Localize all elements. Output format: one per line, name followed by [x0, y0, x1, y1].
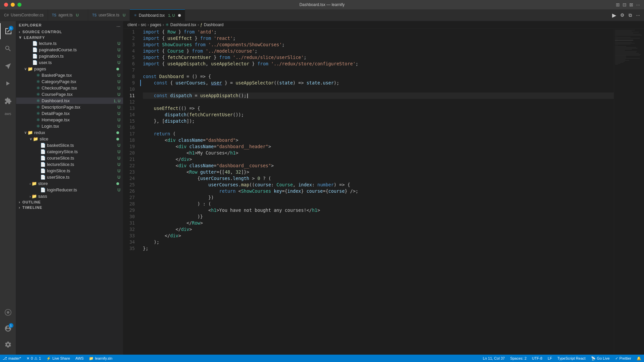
folder-pages[interactable]: ∨ 📁 pages [16, 66, 123, 72]
file-name: courseSlice.ts [47, 156, 74, 161]
file-detail-page[interactable]: ⚛ DetailPage.tsx U [16, 110, 123, 117]
explorer-more-button[interactable]: ... [116, 22, 120, 28]
folder-sass[interactable]: › 📁 sass [16, 193, 123, 199]
chevron-down-icon: ∨ [24, 67, 27, 71]
status-go-live[interactable]: 📡 Go Live [588, 355, 612, 362]
file-category-slice[interactable]: 📄 categorySlice.ts U [16, 148, 123, 155]
status-language[interactable]: TypeScript React [555, 355, 588, 362]
status-notifications[interactable]: 🔔 [634, 355, 644, 362]
close-button[interactable] [4, 3, 8, 7]
folder-badge [116, 131, 119, 134]
file-pagination-ts[interactable]: 📄 pagination.ts U [16, 53, 123, 59]
activity-run[interactable] [0, 75, 16, 92]
tab-user-slice[interactable]: TS userSlice.ts U [88, 9, 130, 21]
file-lecture-slice[interactable]: 📄 lectureSlice.ts U [16, 161, 123, 168]
activity-bar: 1 aws 1 [0, 21, 16, 355]
status-sln[interactable]: 📁 learnify.sln [86, 355, 115, 362]
more-actions-icon[interactable]: ··· [636, 12, 640, 18]
debug-icon[interactable]: ⚙ [620, 12, 625, 18]
code-line-6: import { useAppDispatch, useAppSelector … [143, 61, 614, 67]
content-area: 1 aws 1 [0, 21, 644, 355]
status-aws[interactable]: AWS [73, 355, 87, 362]
tab-agent-ts[interactable]: TS agent.ts U [48, 9, 88, 21]
code-line-31: </Row> [143, 220, 614, 226]
activity-source-control[interactable] [0, 58, 16, 74]
folder-icon: 📁 [28, 66, 33, 71]
spaces-text: Spaces: 2 [510, 356, 527, 360]
file-category-page[interactable]: ⚛ CategoryPage.tsx U [16, 78, 123, 85]
ts-file-icon: 📄 [32, 41, 38, 46]
timeline-header[interactable]: › TIMELINE [16, 205, 123, 210]
file-user-slice-ts[interactable]: 📄 userSlice.ts U [16, 174, 123, 180]
file-login-tsx[interactable]: ⚛ Login.tsx U [16, 123, 123, 129]
file-name: DescriptionPage.tsx [42, 105, 80, 110]
code-content[interactable]: import { Row } from 'antd'; import { use… [140, 29, 614, 355]
status-prettier[interactable]: ✓ Prettier [612, 355, 634, 362]
activity-settings[interactable] [0, 337, 16, 353]
file-lecture-ts[interactable]: 📄 lecture.ts U [16, 40, 123, 47]
layout-icon[interactable]: ⊟ [623, 2, 627, 7]
window-controls[interactable] [4, 3, 21, 7]
aws-label[interactable]: aws [3, 110, 13, 117]
status-encoding[interactable]: UTF-8 [529, 355, 545, 362]
file-homepage[interactable]: ⚛ Homepage.tsx U [16, 117, 123, 123]
file-checkout-page[interactable]: ⚛ CheckoutPage.tsx U [16, 85, 123, 91]
folder-slice[interactable]: ∨ 📁 slice [16, 136, 123, 142]
file-badge: U [117, 143, 120, 148]
status-line-ending[interactable]: LF [545, 355, 555, 362]
code-editor[interactable]: 1 2 3 4 5 6 7 8 9 10 11 12 13 14 15 16 1 [123, 29, 644, 355]
folder-name: redux [34, 130, 45, 135]
code-line-12 [143, 99, 614, 105]
file-description-page[interactable]: ⚛ DescriptionPage.tsx U [16, 104, 123, 110]
run-icon[interactable]: ▶ [612, 12, 616, 18]
tab-modified-indicator: U [123, 13, 125, 17]
account-badge: 1 [9, 323, 13, 328]
code-line-7 [143, 67, 614, 73]
file-basket-slice[interactable]: 📄 basketSlice.ts U [16, 142, 123, 148]
file-basket-page[interactable]: ⚛ BasketPage.tsx U [16, 72, 123, 78]
file-name: DetailPage.tsx [42, 111, 70, 116]
ts-icon: TS [52, 13, 56, 17]
source-control-header[interactable]: › SOURCE CONTROL [16, 29, 123, 35]
tab-users-controller[interactable]: C# UsersController.cs [0, 9, 48, 21]
status-position[interactable]: Ln 11, Col 37 [480, 355, 507, 362]
split-editor-icon[interactable]: ⧉ [629, 12, 632, 18]
sidebar-toggle-icon[interactable]: ⊞ [616, 2, 620, 7]
file-course-slice[interactable]: 📄 courseSlice.ts U [16, 155, 123, 161]
chevron-down-icon: ∨ [19, 35, 22, 40]
aws-label: AWS [75, 356, 84, 360]
status-branch[interactable]: ⎇ master* [0, 355, 24, 362]
learnify-header[interactable]: ∨ LEARNIFY [16, 35, 123, 40]
maximize-button[interactable] [17, 3, 21, 7]
folder-redux[interactable]: ∨ 📁 redux [16, 129, 123, 136]
tab-dashboard-tsx[interactable]: ⚛ Dashboard.tsx 1, U [130, 9, 185, 21]
file-login-reducer[interactable]: 📄 loginReducer.ts U [16, 187, 123, 193]
file-dashboard-tsx[interactable]: ⚛ Dashboard.tsx 1, U [16, 98, 123, 104]
tsx-icon: ⚛ [36, 73, 40, 78]
status-errors[interactable]: ✕ 0 ⚠ 1 [24, 355, 44, 362]
minimize-button[interactable] [11, 3, 15, 7]
tsx-icon: ⚛ [36, 117, 40, 122]
code-line-8: const Dashboard = () => { [143, 73, 614, 80]
code-line-30: )} [143, 214, 614, 220]
folder-store[interactable]: › 📁 store [16, 180, 123, 187]
split-icon[interactable]: ⊠ [629, 2, 633, 7]
source-control-section: › SOURCE CONTROL [16, 29, 123, 35]
activity-extensions[interactable] [0, 93, 16, 109]
file-paginated-course[interactable]: 📄 paginatedCourse.ts U [16, 47, 123, 53]
file-login-slice[interactable]: 📄 loginSlice.ts U [16, 168, 123, 174]
outline-header[interactable]: › OUTLINE [16, 199, 123, 205]
activity-search[interactable] [0, 41, 16, 57]
file-user-ts[interactable]: 📄 user.ts U [16, 59, 123, 66]
activity-remote[interactable] [0, 304, 16, 320]
encoding-text: UTF-8 [532, 356, 542, 360]
breadcrumb-sep: › [138, 22, 140, 27]
status-live-share[interactable]: ⚡ Live Share [44, 355, 73, 362]
status-spaces[interactable]: Spaces: 2 [507, 355, 529, 362]
sln-label: learnify.sln [95, 356, 112, 360]
activity-account[interactable]: 1 [0, 320, 16, 337]
more-icon[interactable]: ··· [636, 2, 640, 7]
file-name: loginReducer.ts [47, 187, 77, 192]
activity-explorer[interactable]: 1 [0, 23, 16, 39]
file-course-page[interactable]: ⚛ CoursePage.tsx U [16, 91, 123, 98]
